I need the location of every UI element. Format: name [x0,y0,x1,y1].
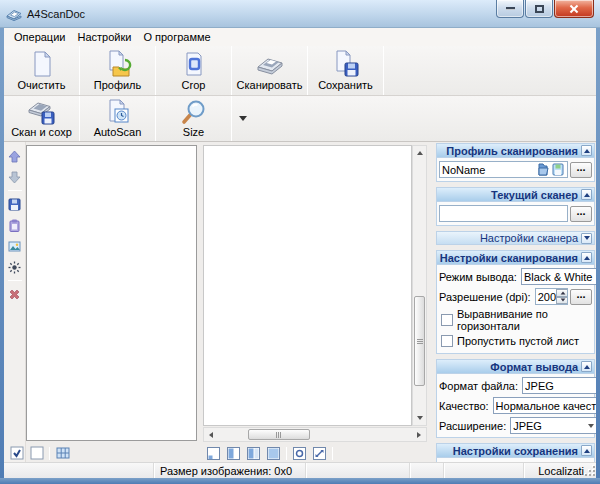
scan-button[interactable]: Сканировать [232,46,307,95]
collapse-button[interactable] [581,252,592,263]
minimize-icon [506,7,515,10]
scroll-right-button[interactable] [412,428,426,441]
preview-vertical-scrollbar[interactable] [412,145,427,426]
save-settings-header[interactable]: Настройки сохранения [437,444,594,458]
window-title: A4ScanDoc [27,8,85,20]
crop-button[interactable]: Crop [156,46,231,95]
magnifier-icon [180,99,208,125]
spin-up-icon [561,291,566,294]
scanner-browse-button[interactable]: ... [570,206,592,222]
resize-grip[interactable] [585,466,595,476]
scanner-panel-header[interactable]: Текущий сканер [437,188,594,202]
menu-settings[interactable]: Настройки [71,29,137,45]
settings-sidebar: Профиль сканирования NoName [435,142,596,462]
scanner-name-field[interactable] [439,205,568,222]
fit-width-button[interactable] [225,445,242,462]
thumbnails-view-button[interactable] [54,445,71,462]
profile-name-field[interactable]: NoName [439,161,568,178]
save-image-button[interactable] [6,196,23,212]
strip-separator [8,190,22,191]
title-bar[interactable]: A4ScanDoc [0,0,600,28]
select-all-button[interactable] [8,445,25,462]
stepper-down[interactable] [556,297,568,305]
output-format-header-label: Формат вывода [490,361,578,373]
collapse-button[interactable] [581,361,592,372]
close-button[interactable] [554,0,594,18]
size-dropdown-button[interactable] [232,96,254,141]
size-button[interactable]: Size [156,96,231,141]
collapse-button[interactable] [581,145,592,156]
spin-down-icon [561,299,566,302]
thumbnail-toolbar [8,444,71,462]
stepper-up[interactable] [556,289,568,297]
deselect-button[interactable] [28,445,45,462]
scroll-up-button[interactable] [413,146,426,160]
actual-size-button[interactable] [265,445,282,462]
image-effects-button[interactable] [6,238,23,254]
clipboard-icon [8,219,21,232]
autoscan-button[interactable]: AutoScan [80,96,155,141]
maximize-icon [535,5,544,13]
quality-label: Качество: [439,400,491,412]
dpi-field[interactable]: 200 [535,288,568,305]
dpi-stepper[interactable] [556,289,568,304]
arrow-up-icon [8,150,21,163]
expand-button[interactable] [581,233,592,244]
horizontal-scroll-thumb[interactable] [248,429,310,440]
move-up-button[interactable] [6,148,23,164]
collapse-up-icon [584,149,590,153]
maximize-button[interactable] [525,0,553,18]
brightness-icon [8,261,21,274]
file-format-value: JPEG [525,380,596,392]
main-area: Профиль сканирования NoName [4,142,596,462]
profile-button[interactable]: Профиль [80,46,155,95]
save-profile-icon[interactable] [550,163,565,177]
collapse-button[interactable] [581,445,592,456]
file-format-select[interactable]: JPEG [522,377,596,394]
zoom-original-button[interactable] [291,445,308,462]
image-icon [8,240,21,253]
move-down-button[interactable] [6,169,23,185]
output-format-header[interactable]: Формат вывода [437,360,594,374]
clear-button[interactable]: Очистить [4,46,79,95]
fit-page-button[interactable] [205,445,222,462]
scan-and-save-button[interactable]: Скан и сохр [4,96,79,141]
dpi-browse-button[interactable]: ... [570,289,592,305]
menu-operations[interactable]: Операции [8,29,71,45]
extension-label: Расширение: [439,420,508,432]
crop-button-label: Crop [182,79,206,91]
menu-about[interactable]: О программе [137,29,216,45]
scan-button-label: Сканировать [237,79,303,91]
zoom-fit-button[interactable] [311,445,328,462]
open-profile-icon[interactable] [535,163,550,177]
save-button[interactable]: Сохранить [308,46,383,95]
preview-horizontal-scrollbar[interactable] [203,427,427,442]
quality-select[interactable]: Нормальное качество [493,397,596,414]
thumbnail-panel [26,145,197,441]
profile-panel-header[interactable]: Профиль сканирования [437,144,594,158]
profile-folder-icon [104,50,132,78]
clear-button-label: Очистить [18,79,66,91]
skip-blank-checkbox[interactable] [441,335,453,347]
scroll-down-button[interactable] [413,411,426,425]
minimize-button[interactable] [496,0,524,18]
align-horizontal-checkbox[interactable] [441,314,453,326]
fit-height-button[interactable] [245,445,262,462]
collapse-button[interactable] [581,189,592,200]
scanner-settings-bar[interactable]: Настройки сканера [436,231,595,245]
dpi-value: 200 [538,291,556,303]
paste-button[interactable] [6,217,23,233]
vertical-scroll-thumb[interactable] [414,296,425,386]
side-tool-strip [4,142,26,462]
skip-blank-label: Пропустить пустой лист [457,335,579,347]
size-button-label: Size [183,126,204,138]
extension-select[interactable]: JPEG [510,417,596,434]
brightness-button[interactable] [6,259,23,275]
profile-panel: Профиль сканирования NoName [436,143,595,182]
output-mode-select[interactable]: Black & White [521,268,596,285]
app-window: A4ScanDoc Операции Настройки О программе… [0,0,600,484]
scan-settings-header[interactable]: Настройки сканирования [437,251,594,265]
delete-button[interactable] [6,286,23,302]
profile-browse-button[interactable]: ... [570,162,592,178]
scroll-left-button[interactable] [204,428,218,441]
